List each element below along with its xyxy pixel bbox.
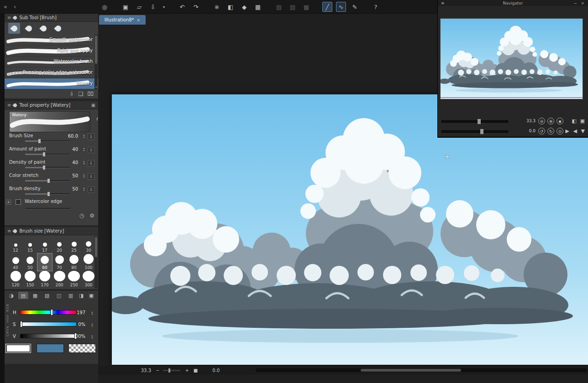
panel-menu-icon[interactable]: ≡	[7, 15, 11, 20]
watercolor-edge-checkbox[interactable]	[16, 199, 21, 205]
import-subtool-icon[interactable]: ⇩	[69, 91, 74, 97]
color-wheel-icon[interactable]: ◑	[6, 292, 16, 299]
subtool-scrollbar[interactable]	[94, 35, 98, 89]
value-stepper[interactable]: ▴▾	[83, 186, 84, 191]
canvas-frame-icon[interactable]: ▦	[253, 2, 263, 12]
subtool-item-paint-and-apply[interactable]: Paint and apply	[5, 46, 98, 57]
color-panel-menu-icon[interactable]: ▣	[86, 292, 96, 299]
brush-size-70[interactable]: 70	[52, 254, 67, 271]
panel-menu-icon[interactable]: ≡	[7, 228, 11, 233]
panel-detach-icon[interactable]: ▣	[91, 103, 95, 108]
brush-size-17[interactable]: 17	[37, 236, 52, 254]
paint-bucket-icon[interactable]: ◆	[239, 2, 249, 12]
nav-flip-horizontal-icon[interactable]: ◧	[572, 118, 577, 124]
subtool-item-watercolor-brush[interactable]: Watercolor brush	[5, 57, 98, 67]
delete-subtool-icon[interactable]: ⌧	[87, 91, 94, 97]
brush-size-120[interactable]: 120	[8, 271, 23, 288]
hue-value[interactable]: 197	[70, 310, 85, 315]
new-file-icon[interactable]: ▣	[121, 2, 131, 12]
brush-size-50[interactable]: 50	[23, 254, 37, 271]
nav-rotate-right-icon[interactable]: ↻	[547, 128, 554, 135]
nav-flip-h-icon[interactable]: ▶	[566, 128, 569, 134]
value-stepper[interactable]: ▴▾	[83, 160, 84, 165]
slider-knob[interactable]	[478, 119, 481, 124]
select-area-icon[interactable]: ▨	[274, 2, 284, 12]
status-zoom-out-icon[interactable]: −	[156, 368, 159, 373]
amount-of-paint-slider[interactable]	[25, 154, 70, 155]
brush-size-slider[interactable]	[25, 140, 70, 142]
subtool-item-smooth-watercolor[interactable]: Smooth watercolor	[5, 35, 98, 46]
nav-rotate-left-icon[interactable]: ↺	[538, 128, 545, 135]
nav-zoom-100-icon[interactable]: ▪	[556, 118, 563, 124]
help-icon[interactable]: ?	[371, 2, 381, 12]
navigator-menu-icon[interactable]: ≡	[441, 1, 445, 5]
nav-reset-view-icon[interactable]: ▼	[581, 128, 585, 134]
subtool-group-2[interactable]	[23, 23, 35, 34]
subtool-group-3[interactable]	[37, 23, 49, 34]
value-stepper[interactable]: ▴▾	[83, 147, 84, 151]
value-stepper[interactable]: ▴▾	[83, 134, 84, 138]
brush-size-header[interactable]: ≡ Brush size [Watery]	[5, 227, 98, 235]
brush-size-15[interactable]: 15	[23, 236, 37, 254]
navigator-titlebar[interactable]: ≡ Navigator − ×	[438, 0, 588, 6]
save-menu-caret-icon[interactable]: ▾	[162, 2, 166, 12]
brush-size-200[interactable]: 200	[52, 271, 67, 288]
open-file-icon[interactable]: ▱	[134, 2, 144, 12]
tab-close-icon[interactable]: ×	[137, 18, 141, 22]
nav-fit-screen-icon[interactable]: ▣	[580, 118, 585, 124]
approximate-color-icon[interactable]: ◫	[54, 292, 64, 299]
tool-settings-icon[interactable]: ⚙	[89, 212, 94, 219]
param-value[interactable]: 40	[62, 160, 78, 165]
status-fit-icon[interactable]: ■	[194, 368, 198, 373]
slider-knob[interactable]	[168, 368, 170, 373]
brush-size-30[interactable]: 30	[81, 236, 96, 254]
save-setting-icon[interactable]: ⇩	[88, 160, 94, 166]
param-value[interactable]: 50	[62, 173, 78, 178]
sub-color-swatch[interactable]	[37, 344, 64, 353]
saturation-slider[interactable]	[20, 322, 77, 326]
nav-reset-rotation-icon[interactable]: ⊙	[556, 128, 563, 135]
scrollbar-thumb[interactable]	[95, 36, 97, 64]
save-icon[interactable]: ⇩	[148, 2, 158, 12]
copy-subtool-icon[interactable]: ❏	[78, 91, 83, 97]
watercolor-edge-slider[interactable]	[25, 208, 70, 209]
clip-studio-logo-icon[interactable]: ◎	[100, 2, 110, 12]
subtool-group-4[interactable]	[52, 23, 64, 34]
slider-knob[interactable]	[480, 129, 483, 134]
brush-size-scrollbar[interactable]	[94, 236, 98, 288]
save-setting-icon[interactable]: ⇩	[88, 186, 94, 193]
nav-zoom-in-icon[interactable]: ⊕	[547, 118, 554, 124]
color-stretch-slider[interactable]	[25, 180, 70, 181]
brush-size-20[interactable]: 20	[52, 236, 67, 254]
tool-property-header[interactable]: ≡ Tool property [Watery] ▣	[5, 101, 98, 109]
save-setting-icon[interactable]: ⇩	[88, 134, 94, 140]
document-tab[interactable]: Illustration8* ×	[99, 15, 146, 25]
value-stepper[interactable]: ▴▾	[83, 173, 84, 178]
intermediate-color-icon[interactable]: ▧	[42, 292, 52, 299]
scroll-down-icon[interactable]: ▾	[94, 85, 98, 89]
value-slider[interactable]	[20, 334, 77, 338]
subtool-item-watery[interactable]: Watery	[5, 78, 98, 89]
collapse-panels-icon[interactable]: «	[4, 3, 7, 10]
back-icon[interactable]: ‹	[14, 3, 16, 10]
clear-icon[interactable]: ※	[212, 2, 222, 12]
transparent-color-swatch[interactable]	[68, 344, 96, 353]
brush-size-12[interactable]: 12	[8, 236, 23, 254]
nav-flip-v-icon[interactable]: ◀	[573, 128, 577, 134]
nav-zoom-out-icon[interactable]: ⊖	[538, 118, 545, 124]
density-of-paint-slider[interactable]	[25, 167, 70, 168]
hue-slider[interactable]	[20, 310, 77, 315]
param-value[interactable]: 40	[62, 147, 78, 152]
brush-size-150[interactable]: 150	[23, 271, 37, 288]
value-value[interactable]: 100%	[70, 334, 85, 339]
redo-icon[interactable]: ↷	[191, 2, 201, 12]
main-color-swatch[interactable]	[5, 344, 31, 353]
brush-size-300[interactable]: 300	[81, 271, 96, 288]
subtool-item-running-color-edge[interactable]: Running color edge watercolor	[5, 67, 98, 78]
snap-grid-icon[interactable]: ✎	[350, 2, 360, 12]
save-setting-icon[interactable]: ⇩	[88, 173, 94, 180]
snap-special-ruler-icon[interactable]: ∿	[336, 2, 346, 12]
undo-icon[interactable]: ↶	[177, 2, 187, 12]
panel-menu-icon[interactable]: ≡	[7, 103, 11, 108]
param-value[interactable]: 60.0	[62, 134, 78, 139]
